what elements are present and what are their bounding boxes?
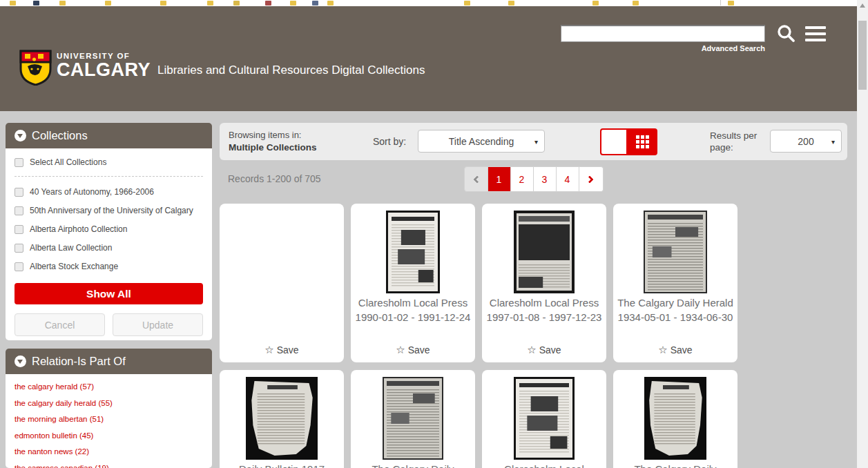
relation-facet-link[interactable]: the nanton news (22) bbox=[15, 447, 203, 456]
university-crest-logo[interactable] bbox=[19, 50, 52, 86]
relation-panel: Relation-Is Part Of the calgary herald (… bbox=[6, 349, 212, 468]
collapse-chevron-icon bbox=[15, 355, 26, 367]
select-all-collections[interactable]: Select All Collections bbox=[15, 157, 203, 167]
collection-filter-item[interactable]: Alberta Stock Exchange bbox=[15, 262, 203, 271]
result-card[interactable]: Daily Bulletin 1917☆ Save bbox=[220, 370, 344, 468]
bookmark-favicon[interactable] bbox=[265, 1, 271, 6]
bookmark-favicon[interactable] bbox=[327, 1, 334, 6]
result-card[interactable]: The Calgary Daily☆ Save bbox=[351, 370, 475, 468]
collection-filter-label: 50th Anniversary of the University of Ca… bbox=[30, 206, 193, 215]
collections-panel-title: Collections bbox=[32, 129, 88, 142]
scrollbar-thumb[interactable] bbox=[858, 21, 867, 90]
relation-panel-header[interactable]: Relation-Is Part Of bbox=[6, 349, 212, 374]
item-thumbnail[interactable] bbox=[246, 377, 318, 462]
item-thumbnail[interactable] bbox=[383, 377, 443, 462]
result-card[interactable]: ☆ Save bbox=[220, 204, 344, 362]
collection-filter-label: Alberta Stock Exchange bbox=[30, 262, 118, 271]
university-wordmark[interactable]: UNIVERSITY OF CALGARY bbox=[57, 52, 151, 79]
item-title-link[interactable]: Claresholm Local Press 1997-01-08 - 1997… bbox=[486, 295, 602, 324]
collection-filter-item[interactable]: 40 Years of Autonomy, 1966-2006 bbox=[15, 187, 203, 197]
relation-facet-link[interactable]: the calgary daily herald (55) bbox=[15, 399, 203, 407]
show-all-button[interactable]: Show All bbox=[15, 283, 203, 304]
checkbox-icon[interactable] bbox=[15, 158, 23, 167]
bookmark-favicon[interactable] bbox=[105, 1, 111, 6]
relation-facet-link[interactable]: the morning albertan (51) bbox=[15, 415, 203, 423]
page-button-4[interactable]: 4 bbox=[557, 166, 579, 192]
star-icon: ☆ bbox=[396, 344, 405, 355]
search-icon[interactable] bbox=[776, 23, 795, 43]
results-per-page-select[interactable]: 200 ▾ bbox=[770, 130, 842, 153]
bookmark-favicon[interactable] bbox=[464, 1, 470, 6]
item-title-link[interactable]: The Calgary Daily bbox=[617, 462, 733, 468]
item-title-link[interactable]: Claresholm Local bbox=[486, 462, 602, 468]
relation-facet-link[interactable]: the camrose canadian (19) bbox=[15, 464, 203, 468]
sidebar: Collections Select All Collections 40 Ye… bbox=[6, 123, 212, 468]
scrollbar-up-arrow-icon[interactable] bbox=[860, 3, 865, 8]
item-title-link[interactable]: The Calgary Daily Herald 1934-05-01 - 19… bbox=[617, 295, 733, 324]
advanced-search-link[interactable]: Advanced Search bbox=[561, 44, 765, 52]
chevron-right-icon bbox=[586, 175, 593, 183]
relation-facet-link[interactable]: edmonton bulletin (45) bbox=[15, 431, 203, 440]
collection-filter-item[interactable]: Alberta Law Collection bbox=[15, 243, 203, 253]
search-input[interactable] bbox=[561, 26, 764, 41]
bookmark-favicon[interactable] bbox=[233, 1, 240, 6]
collection-filter-item[interactable]: Alberta Airphoto Collection bbox=[15, 224, 203, 234]
collections-panel-header[interactable]: Collections bbox=[6, 123, 212, 148]
item-title-link[interactable]: The Calgary Daily bbox=[355, 462, 471, 468]
item-thumbnail[interactable] bbox=[386, 211, 440, 296]
grid-view-button[interactable] bbox=[628, 128, 657, 155]
item-title-link[interactable]: Daily Bulletin 1917 bbox=[224, 462, 340, 468]
sort-select[interactable]: Title Ascending ▾ bbox=[418, 130, 545, 153]
page-button-2[interactable]: 2 bbox=[511, 166, 534, 192]
result-card[interactable]: The Calgary Daily Herald 1934-05-01 - 19… bbox=[613, 204, 737, 362]
collections-panel-body: Select All Collections 40 Years of Auton… bbox=[6, 148, 212, 340]
checkbox-icon[interactable] bbox=[15, 262, 23, 271]
item-title-link[interactable]: Claresholm Local Press 1990-01-02 - 1991… bbox=[355, 295, 471, 324]
relation-facet-link[interactable]: the calgary herald (57) bbox=[15, 382, 203, 391]
bookmark-favicon[interactable] bbox=[633, 1, 639, 6]
result-card[interactable]: Claresholm Local Press 1997-01-08 - 1997… bbox=[482, 204, 606, 362]
save-button[interactable]: ☆ Save bbox=[482, 344, 606, 356]
bookmark-favicon[interactable] bbox=[312, 1, 318, 6]
save-button[interactable]: ☆ Save bbox=[351, 344, 475, 356]
next-page-button[interactable] bbox=[579, 166, 604, 192]
save-button[interactable]: ☆ Save bbox=[220, 344, 344, 356]
result-card[interactable]: Claresholm Local☆ Save bbox=[482, 370, 606, 468]
bookmark-favicon[interactable] bbox=[160, 1, 166, 6]
checkbox-icon[interactable] bbox=[15, 188, 23, 197]
result-card[interactable]: Claresholm Local Press 1990-01-02 - 1991… bbox=[351, 204, 475, 362]
results-per-page-label: Results per page: bbox=[710, 130, 764, 153]
bookmark-favicon[interactable] bbox=[10, 1, 16, 6]
pagination: 1234 bbox=[464, 166, 604, 192]
checkbox-icon[interactable] bbox=[15, 225, 23, 234]
main-content: Browsing items in: Multiple Collections … bbox=[220, 123, 847, 160]
view-toggle bbox=[600, 128, 657, 155]
update-button[interactable]: Update bbox=[113, 313, 203, 336]
result-card[interactable]: The Calgary Daily☆ Save bbox=[613, 370, 737, 468]
item-thumbnail[interactable] bbox=[644, 377, 706, 462]
hamburger-menu-icon[interactable] bbox=[805, 26, 826, 41]
site-header: UNIVERSITY OF CALGARY Libraries and Cult… bbox=[0, 6, 857, 111]
page-button-1[interactable]: 1 bbox=[488, 166, 511, 192]
bookmark-favicon[interactable] bbox=[207, 1, 213, 6]
page-button-3[interactable]: 3 bbox=[534, 166, 557, 192]
collection-filter-item[interactable]: 50th Anniversary of the University of Ca… bbox=[15, 206, 203, 215]
chevron-down-icon: ▾ bbox=[534, 138, 538, 146]
item-thumbnail[interactable] bbox=[644, 211, 707, 296]
bookmark-favicon[interactable] bbox=[290, 1, 296, 6]
bookmark-favicon[interactable] bbox=[59, 1, 66, 6]
checkbox-icon[interactable] bbox=[15, 244, 23, 253]
bookmark-favicon[interactable] bbox=[33, 1, 39, 6]
browser-scrollbar[interactable] bbox=[857, 0, 868, 468]
save-button[interactable]: ☆ Save bbox=[613, 344, 737, 356]
results-toolbar: Browsing items in: Multiple Collections … bbox=[220, 123, 847, 160]
item-thumbnail[interactable] bbox=[514, 377, 575, 462]
bookmark-favicon[interactable] bbox=[592, 1, 599, 6]
bookmark-favicon[interactable] bbox=[508, 1, 514, 6]
item-thumbnail[interactable] bbox=[514, 211, 575, 296]
list-view-button[interactable] bbox=[600, 128, 628, 155]
prev-page-button[interactable] bbox=[464, 166, 488, 192]
checkbox-icon[interactable] bbox=[15, 206, 23, 215]
cancel-button[interactable]: Cancel bbox=[15, 313, 105, 336]
bookmark-favicon[interactable] bbox=[728, 1, 734, 6]
